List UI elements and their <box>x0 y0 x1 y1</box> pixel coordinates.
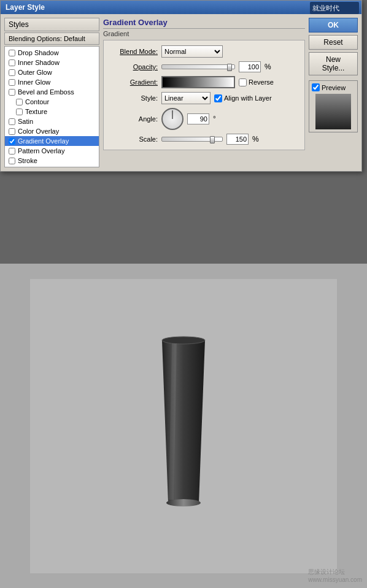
style-item[interactable]: Drop Shadow <box>5 48 99 58</box>
gradient-label: Gradient: <box>109 78 158 86</box>
watermark-site2: www.missyuan.com <box>308 576 362 583</box>
section-subtitle: Gradient <box>103 30 305 37</box>
style-checkbox[interactable] <box>9 158 15 164</box>
svg-text:就业时代: 就业时代 <box>312 4 339 12</box>
style-item[interactable]: Color Overlay <box>5 126 99 136</box>
scale-input[interactable] <box>226 134 249 145</box>
angle-dial[interactable] <box>161 108 184 130</box>
scale-row: Scale: % <box>109 134 299 145</box>
style-checkbox[interactable] <box>9 118 15 125</box>
align-layer-text: Align with Layer <box>224 94 272 102</box>
canvas-area: 思缘设计论坛 www.missyuan.com <box>0 264 367 588</box>
watermark-site1: 思缘设计论坛 <box>308 568 362 576</box>
style-item-label: Outer Glow <box>18 69 52 76</box>
style-checkbox[interactable] <box>16 109 23 115</box>
styles-list: Drop ShadowInner ShadowOuter GlowInner G… <box>4 46 99 167</box>
style-checkbox[interactable] <box>9 50 15 56</box>
style-item[interactable]: Bevel and Emboss <box>5 87 99 97</box>
gradient-row: Gradient: Reverse <box>109 76 299 88</box>
settings-area: Gradient Overlay Gradient Blend Mode: No… <box>103 18 305 167</box>
style-checkbox[interactable] <box>9 69 15 76</box>
opacity-slider[interactable] <box>161 64 235 69</box>
style-item[interactable]: Outer Glow <box>5 67 99 77</box>
style-item-label: Contour <box>25 98 49 105</box>
style-checkbox[interactable] <box>9 128 15 135</box>
ok-button[interactable]: OK <box>309 18 358 32</box>
blend-mode-row: Blend Mode: Normal Dissolve Multiply <box>109 45 299 58</box>
blending-options[interactable]: Blending Options: Default <box>4 32 99 45</box>
dialog-body: Styles Blending Options: Default Drop Sh… <box>1 14 361 171</box>
align-layer-checkbox[interactable] <box>214 94 222 102</box>
styles-panel: Styles Blending Options: Default Drop Sh… <box>4 18 99 167</box>
angle-label: Angle: <box>109 115 158 123</box>
style-item[interactable]: Texture <box>5 107 99 116</box>
style-row: Style: Linear Radial Angle Align with La… <box>109 92 299 104</box>
style-item-label: Satin <box>18 118 33 125</box>
preview-box: Preview <box>309 80 358 132</box>
style-checkbox[interactable] <box>9 79 15 86</box>
svg-point-3 <box>162 337 205 344</box>
style-label: Style: <box>109 94 158 102</box>
style-item-label: Bevel and Emboss <box>18 88 74 96</box>
logo-icon: 就业时代 <box>310 2 359 14</box>
reset-button[interactable]: Reset <box>309 35 358 50</box>
style-item-label: Gradient Overlay <box>18 137 69 145</box>
style-item[interactable]: Pattern Overlay <box>5 146 99 156</box>
settings-content: Blend Mode: Normal Dissolve Multiply Opa… <box>103 40 305 150</box>
watermark: 思缘设计论坛 www.missyuan.com <box>308 568 362 583</box>
style-select[interactable]: Linear Radial Angle <box>161 92 211 104</box>
style-checkbox[interactable] <box>9 148 15 155</box>
style-item[interactable]: Satin <box>5 116 99 126</box>
buttons-panel: OK Reset New Style... Preview <box>309 18 358 167</box>
style-item-label: Texture <box>25 108 47 115</box>
angle-row: Angle: ° <box>109 108 299 130</box>
style-item-label: Inner Shadow <box>18 59 60 66</box>
style-checkbox[interactable] <box>9 59 15 66</box>
style-item-label: Inner Glow <box>18 78 50 86</box>
dialog-titlebar: Layer Style × <box>1 1 361 14</box>
reverse-label: Reverse <box>249 78 274 86</box>
opacity-unit: % <box>265 63 271 71</box>
style-item-label: Color Overlay <box>18 128 59 135</box>
new-style-button[interactable]: New Style... <box>309 52 358 75</box>
blend-mode-label: Blend Mode: <box>109 48 158 55</box>
reverse-checkbox-label[interactable]: Reverse <box>239 78 274 86</box>
reverse-checkbox[interactable] <box>239 78 247 86</box>
dialog-title: Layer Style <box>6 3 45 12</box>
style-checkbox[interactable] <box>9 89 15 96</box>
opacity-row: Opacity: % <box>109 61 299 72</box>
style-item[interactable]: Stroke <box>5 156 99 166</box>
style-item[interactable]: Inner Shadow <box>5 58 99 67</box>
preview-checkbox[interactable] <box>312 83 320 91</box>
section-title: Gradient Overlay <box>103 18 305 29</box>
style-item[interactable]: Gradient Overlay <box>5 136 99 146</box>
blend-mode-select[interactable]: Normal Dissolve Multiply <box>161 45 223 58</box>
style-item-label: Drop Shadow <box>18 49 59 56</box>
layer-style-dialog: Layer Style × 就业时代 Styles Blending Optio… <box>0 0 362 172</box>
cup-illustration <box>141 334 226 518</box>
align-layer-label[interactable]: Align with Layer <box>214 94 272 102</box>
style-checkbox[interactable] <box>16 99 23 105</box>
angle-input[interactable] <box>187 113 209 124</box>
style-item-label: Pattern Overlay <box>18 147 64 155</box>
scale-label: Scale: <box>109 136 158 143</box>
style-checkbox[interactable] <box>9 138 15 145</box>
style-item[interactable]: Inner Glow <box>5 77 99 87</box>
angle-unit: ° <box>213 115 216 123</box>
style-item[interactable]: Contour <box>5 97 99 107</box>
style-item-label: Stroke <box>18 157 37 164</box>
preview-thumbnail <box>315 94 351 129</box>
preview-text: Preview <box>322 84 346 91</box>
preview-label[interactable]: Preview <box>312 83 355 91</box>
scale-unit: % <box>252 135 259 143</box>
canvas-inner <box>30 279 337 573</box>
scale-slider[interactable] <box>161 137 223 142</box>
gradient-swatch[interactable] <box>161 76 235 88</box>
svg-point-2 <box>166 499 201 506</box>
styles-header[interactable]: Styles <box>4 18 99 31</box>
opacity-label: Opacity: <box>109 63 158 71</box>
logo-area: 就业时代 <box>310 2 359 16</box>
opacity-input[interactable] <box>239 61 261 72</box>
